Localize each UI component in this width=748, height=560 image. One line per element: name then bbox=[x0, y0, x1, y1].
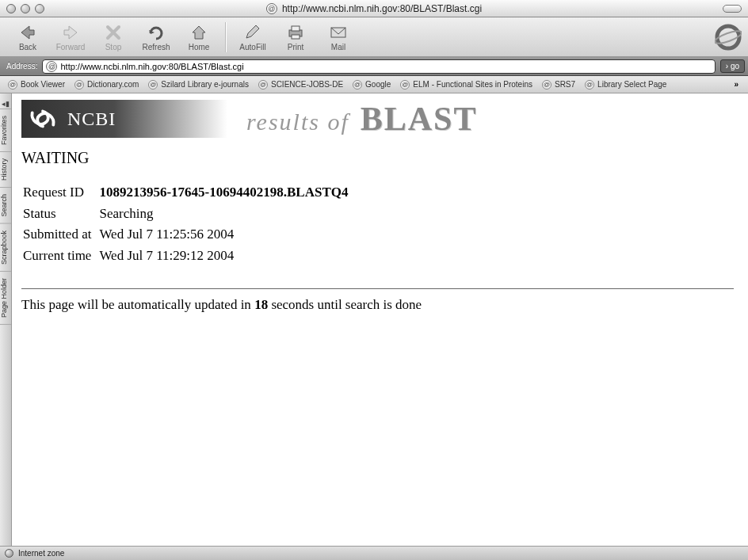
internet-explorer-logo-icon bbox=[715, 24, 742, 51]
blast-text: BLAST bbox=[361, 100, 478, 138]
sidebar-tab-history[interactable]: History bbox=[0, 152, 11, 188]
refresh-icon bbox=[145, 22, 167, 43]
submitted-value: Wed Jul 7 11:25:56 2004 bbox=[99, 225, 354, 245]
autofill-button[interactable]: AutoFill bbox=[231, 18, 274, 56]
table-row: Status Searching bbox=[23, 204, 354, 224]
bookmark-library-select[interactable]: @Library Select Page bbox=[582, 78, 670, 91]
address-bar: Address: @ › go bbox=[0, 57, 748, 76]
forward-label: Forward bbox=[56, 43, 86, 51]
back-arrow-icon bbox=[17, 22, 39, 43]
refresh-label: Refresh bbox=[142, 43, 170, 51]
bookmark-book-viewer[interactable]: @Book Viewer bbox=[5, 78, 68, 91]
bookmark-icon: @ bbox=[353, 80, 362, 90]
url-globe-icon: @ bbox=[46, 61, 57, 72]
table-row: Current time Wed Jul 7 11:29:12 2004 bbox=[23, 246, 354, 266]
status-table: Request ID 1089213956-17645-10694402198.… bbox=[21, 181, 356, 268]
horizontal-rule bbox=[21, 288, 734, 289]
sidebar-tab-page-holder[interactable]: Page Holder bbox=[0, 272, 11, 325]
status-label: Status bbox=[23, 204, 97, 224]
home-button[interactable]: Home bbox=[177, 18, 220, 56]
sidebar-tab-scrapbook[interactable]: Scrapbook bbox=[0, 224, 11, 272]
toolbar-separator bbox=[225, 22, 227, 52]
minimize-window-button[interactable] bbox=[21, 4, 30, 13]
print-label: Print bbox=[288, 43, 304, 51]
svg-rect-1 bbox=[292, 26, 300, 31]
current-time-label: Current time bbox=[23, 246, 97, 266]
ncbi-banner: NCBI results of BLAST bbox=[21, 100, 734, 138]
main-area: ◂▮ Favorites History Search Scrapbook Pa… bbox=[0, 93, 748, 546]
waiting-heading: WAITING bbox=[21, 149, 734, 167]
print-button[interactable]: Print bbox=[274, 18, 317, 56]
bookmark-icon: @ bbox=[74, 80, 84, 90]
go-label: go bbox=[731, 62, 739, 70]
status-bar: Internet zone bbox=[0, 546, 748, 560]
stop-button[interactable]: Stop bbox=[92, 18, 135, 56]
zone-globe-icon bbox=[5, 549, 13, 558]
bookmarks-bar: @Book Viewer @Dictionary.com @Szilard Li… bbox=[0, 76, 748, 93]
sidebar-tab-search[interactable]: Search bbox=[0, 188, 11, 224]
address-input[interactable] bbox=[60, 62, 711, 71]
current-time-value: Wed Jul 7 11:29:12 2004 bbox=[99, 246, 354, 266]
globe-icon: @ bbox=[266, 3, 277, 14]
mail-label: Mail bbox=[331, 43, 345, 51]
forward-arrow-icon bbox=[59, 22, 82, 43]
home-icon bbox=[188, 22, 210, 43]
svg-rect-2 bbox=[292, 35, 300, 39]
bookmark-science-jobs-de[interactable]: @SCIENCE-JOBS-DE bbox=[255, 78, 346, 91]
bookmark-label: Library Select Page bbox=[597, 80, 666, 89]
bookmarks-overflow-button[interactable]: » bbox=[729, 80, 743, 89]
stop-icon bbox=[102, 22, 124, 43]
back-button[interactable]: Back bbox=[6, 18, 49, 56]
bookmark-label: ELM - Functional Sites in Proteins bbox=[413, 80, 532, 89]
go-button[interactable]: › go bbox=[720, 59, 745, 73]
bookmark-icon: @ bbox=[585, 80, 594, 90]
results-of-text: results of bbox=[246, 109, 349, 135]
bookmark-icon: @ bbox=[400, 80, 410, 90]
window-titlebar: @ http://www.ncbi.nlm.nih.gov:80/BLAST/B… bbox=[0, 0, 748, 17]
bookmark-label: SCIENCE-JOBS-DE bbox=[271, 80, 343, 89]
submitted-label: Submitted at bbox=[23, 225, 97, 245]
stop-label: Stop bbox=[105, 43, 122, 51]
bookmark-label: Book Viewer bbox=[21, 80, 65, 89]
bookmark-szilard-library[interactable]: @Szilard Library e-journals bbox=[145, 78, 252, 91]
bookmark-label: Google bbox=[365, 80, 391, 89]
bookmark-srs7[interactable]: @SRS7 bbox=[539, 78, 578, 91]
page-content: NCBI results of BLAST WAITING Request ID… bbox=[12, 93, 748, 546]
table-row: Submitted at Wed Jul 7 11:25:56 2004 bbox=[23, 225, 354, 245]
refresh-button[interactable]: Refresh bbox=[135, 18, 177, 56]
bookmark-elm[interactable]: @ELM - Functional Sites in Proteins bbox=[397, 78, 536, 91]
banner-title: results of BLAST bbox=[246, 100, 477, 138]
sidebar-tab-favorites[interactable]: Favorites bbox=[0, 109, 11, 152]
request-id-label: Request ID bbox=[23, 183, 97, 203]
auto-update-before: This page will be automatically updated … bbox=[21, 297, 254, 312]
traffic-lights bbox=[6, 4, 44, 13]
window-title-text: http://www.ncbi.nlm.nih.gov:80/BLAST/Bla… bbox=[282, 3, 482, 14]
mail-button[interactable]: Mail bbox=[317, 18, 360, 56]
address-field-wrapper[interactable]: @ bbox=[42, 59, 715, 74]
go-chevron-icon: › bbox=[726, 62, 728, 70]
main-toolbar: Back Forward Stop Refresh Home AutoFill bbox=[0, 17, 748, 57]
sidebar-collapse-handle[interactable]: ◂▮ bbox=[0, 98, 11, 109]
forward-button[interactable]: Forward bbox=[49, 18, 92, 56]
request-id-value: 1089213956-17645-10694402198.BLASTQ4 bbox=[99, 183, 354, 203]
address-label: Address: bbox=[6, 62, 37, 70]
bookmark-dictionary[interactable]: @Dictionary.com bbox=[71, 78, 142, 91]
mail-envelope-icon bbox=[327, 22, 349, 43]
ncbi-badge: NCBI bbox=[21, 100, 227, 138]
bookmark-icon: @ bbox=[542, 80, 551, 90]
bookmark-google[interactable]: @Google bbox=[349, 78, 394, 91]
close-window-button[interactable] bbox=[6, 4, 16, 13]
toolbar-toggle-pill[interactable] bbox=[723, 5, 742, 13]
autofill-label: AutoFill bbox=[239, 43, 265, 51]
zoom-window-button[interactable] bbox=[35, 4, 44, 13]
status-value: Searching bbox=[99, 204, 354, 224]
auto-update-after: seconds until search is done bbox=[268, 297, 422, 312]
autofill-pencil-icon bbox=[242, 22, 264, 43]
bookmark-label: SRS7 bbox=[555, 80, 575, 89]
table-row: Request ID 1089213956-17645-10694402198.… bbox=[23, 183, 354, 203]
ncbi-logo-icon bbox=[28, 104, 58, 134]
bookmark-icon: @ bbox=[148, 80, 158, 90]
home-label: Home bbox=[189, 43, 210, 51]
printer-icon bbox=[284, 22, 307, 43]
ncbi-label: NCBI bbox=[67, 109, 116, 130]
